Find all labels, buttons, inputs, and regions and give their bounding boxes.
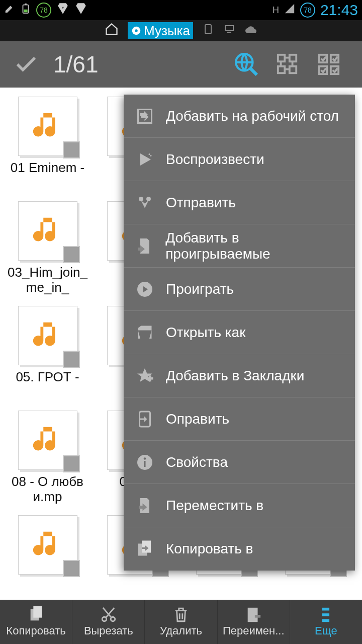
context-menu-item[interactable]: Отправить: [124, 181, 355, 224]
svg-rect-5: [205, 25, 211, 34]
svg-rect-9: [278, 55, 285, 61]
file-item[interactable]: 01 Eminem -: [4, 97, 91, 197]
menu-item-label: Добавить на рабочий стол: [166, 108, 339, 124]
music-file-icon: [18, 97, 77, 156]
select-all-button[interactable]: [311, 46, 347, 83]
menu-item-icon: [135, 409, 155, 429]
file-item[interactable]: 05. ГРОТ -: [4, 306, 91, 407]
context-menu-item[interactable]: Оправить: [124, 397, 355, 441]
music-file-icon: [18, 515, 77, 575]
action-rename[interactable]: Переимен...: [218, 600, 290, 644]
menu-item-label: Воспроизвести: [166, 151, 264, 168]
svg-rect-32: [33, 606, 42, 618]
location-tabs: Музыка: [0, 20, 362, 41]
tab-computer[interactable]: [223, 23, 235, 39]
tab-home[interactable]: [105, 22, 119, 40]
file-item[interactable]: [4, 515, 91, 600]
context-menu-item[interactable]: Добавить в Закладки: [124, 354, 355, 397]
music-file-icon: [18, 306, 77, 365]
action-rename-label: Переимен...: [223, 624, 285, 637]
tab-music-label: Музыка: [144, 23, 190, 39]
selection-count: 1/61: [53, 51, 223, 78]
menu-item-icon: [135, 323, 155, 343]
menu-item-label: Открыть как: [166, 325, 245, 341]
menu-item-label: Оправить: [166, 411, 229, 427]
context-menu-item[interactable]: Добавить в проигрываемые: [124, 224, 355, 268]
svg-point-19: [150, 155, 152, 156]
selection-toolbar: 1/61: [0, 41, 362, 88]
svg-point-4: [135, 29, 138, 32]
context-menu-item[interactable]: Копировать в: [124, 527, 355, 571]
clock: 21:43: [320, 2, 358, 19]
svg-rect-38: [322, 613, 329, 616]
svg-rect-6: [225, 26, 233, 31]
file-label: 05. ГРОТ -: [16, 369, 79, 384]
menu-item-label: Отправить: [166, 195, 236, 211]
svg-rect-10: [290, 55, 296, 61]
svg-rect-12: [290, 66, 296, 73]
file-label: 03_Him_join_me_in_: [8, 265, 88, 295]
action-copy-label: Копировать: [6, 624, 65, 637]
svg-point-18: [149, 153, 150, 155]
action-more-label: Еще: [315, 624, 337, 637]
action-delete[interactable]: Удалить: [145, 600, 217, 644]
battery-icon: [20, 3, 31, 17]
file-label: 08 - О любви.mp: [8, 474, 88, 504]
context-menu-item[interactable]: Проиграть: [124, 268, 355, 311]
menu-item-icon: [135, 149, 155, 170]
tab-cloud[interactable]: [244, 23, 257, 39]
menu-item-label: Проиграть: [166, 281, 234, 297]
file-type-badge-icon: [63, 455, 80, 472]
status-right: H 78 21:43: [273, 2, 358, 19]
view-tree-button[interactable]: [269, 46, 306, 83]
context-menu-item[interactable]: Добавить на рабочий стол: [124, 95, 355, 138]
menu-item-icon: [135, 452, 155, 472]
svg-rect-27: [144, 461, 146, 467]
context-menu-item[interactable]: Свойства: [124, 441, 355, 484]
svg-rect-39: [322, 619, 329, 622]
svg-rect-2: [24, 10, 27, 13]
menu-item-icon: [135, 496, 155, 516]
context-menu-item[interactable]: Переместить в: [124, 484, 355, 527]
tab-music[interactable]: Музыка: [128, 22, 193, 39]
svg-rect-24: [149, 375, 151, 381]
menu-item-icon: [135, 236, 154, 256]
svg-rect-7: [227, 32, 231, 33]
action-cut[interactable]: Вырезать: [72, 600, 145, 644]
action-cut-label: Вырезать: [84, 624, 133, 637]
file-item[interactable]: 08 - О любви.mp: [4, 411, 91, 511]
svg-rect-1: [25, 4, 27, 5]
action-delete-label: Удалить: [160, 624, 202, 637]
svg-rect-36: [255, 615, 260, 618]
file-item[interactable]: 03_Him_join_me_in_: [4, 201, 91, 302]
battery-circle-icon: 78: [300, 3, 315, 18]
menu-item-label: Копировать в: [166, 541, 253, 557]
file-label: 01 Eminem -: [11, 160, 84, 175]
menu-item-label: Переместить в: [166, 498, 263, 514]
svg-rect-11: [278, 66, 285, 73]
tab-phone[interactable]: [202, 23, 214, 39]
svg-point-20: [139, 197, 143, 201]
action-more[interactable]: Еще: [290, 600, 362, 644]
file-type-badge-icon: [63, 141, 80, 158]
menu-item-icon: [135, 193, 155, 213]
signal-icon: [284, 3, 295, 17]
menu-item-icon: [135, 279, 155, 299]
action-copy[interactable]: Копировать: [0, 600, 72, 644]
context-menu-item[interactable]: Открыть как: [124, 311, 355, 354]
menu-item-label: Добавить в проигрываемые: [165, 230, 344, 262]
menu-item-label: Добавить в Закладки: [166, 368, 304, 384]
file-type-badge-icon: [63, 560, 80, 577]
network-h-icon: H: [273, 5, 279, 16]
menu-item-icon: [135, 106, 155, 126]
context-menu: Добавить на рабочий столВоспроизвестиОтп…: [124, 95, 355, 571]
svg-point-28: [144, 457, 146, 460]
tag-icon: [56, 2, 69, 18]
bottom-action-bar: Копировать Вырезать Удалить Переимен... …: [0, 600, 362, 644]
confirm-button[interactable]: [9, 47, 43, 82]
search-web-button[interactable]: [228, 46, 264, 83]
svg-point-21: [146, 197, 151, 201]
pencil-icon: [4, 3, 15, 17]
music-file-icon: [18, 411, 77, 470]
context-menu-item[interactable]: Воспроизвести: [124, 138, 355, 181]
